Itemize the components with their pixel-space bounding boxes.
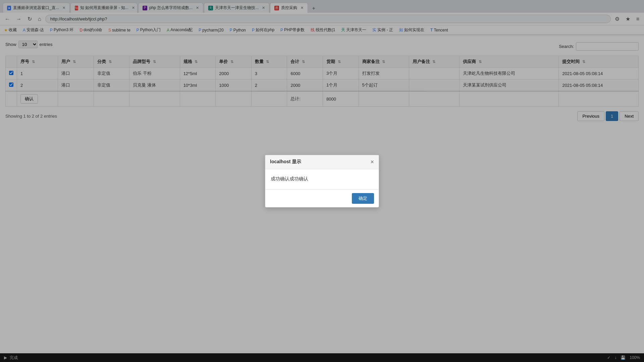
modal-body: 成功确认成功确认 bbox=[265, 169, 379, 189]
modal-title: localhost 显示 bbox=[270, 159, 301, 165]
modal-ok-button[interactable]: 确定 bbox=[352, 193, 374, 204]
modal-header: localhost 显示 × bbox=[265, 155, 379, 169]
modal-dialog: localhost 显示 × 成功确认成功确认 确定 bbox=[265, 155, 379, 207]
modal-footer: 确定 bbox=[265, 189, 379, 207]
modal-message: 成功确认成功确认 bbox=[271, 176, 308, 181]
modal-close-button[interactable]: × bbox=[370, 159, 374, 166]
modal-overlay: localhost 显示 × 成功确认成功确认 确定 bbox=[0, 0, 644, 357]
